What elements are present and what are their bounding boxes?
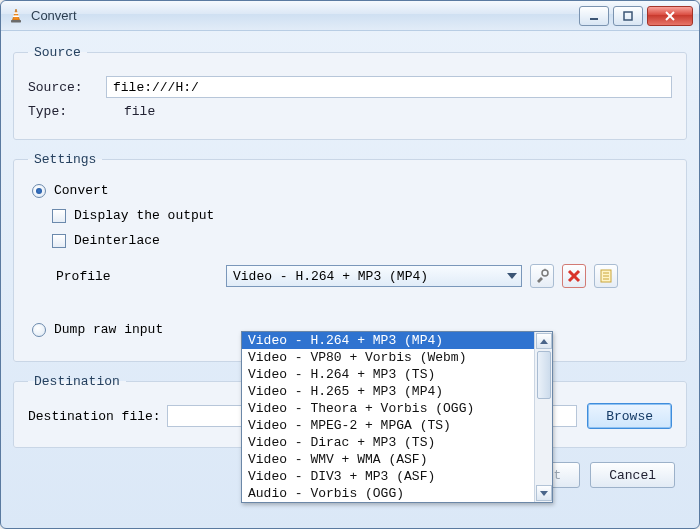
browse-button[interactable]: Browse	[587, 403, 672, 429]
convert-radio[interactable]	[32, 184, 46, 198]
dump-raw-label: Dump raw input	[54, 322, 163, 337]
profile-option[interactable]: Video - VP80 + Vorbis (Webm)	[242, 349, 534, 366]
vlc-icon	[7, 7, 25, 25]
convert-radio-row[interactable]: Convert	[32, 183, 672, 198]
profile-combobox[interactable]: Video - H.264 + MP3 (MP4)	[226, 265, 522, 287]
profile-dropdown-list: Video - H.264 + MP3 (MP4)Video - VP80 + …	[241, 331, 553, 503]
svg-point-8	[542, 270, 548, 276]
scroll-thumb[interactable]	[537, 351, 551, 399]
dropdown-scrollbar[interactable]	[534, 332, 552, 502]
minimize-button[interactable]	[579, 6, 609, 26]
scroll-down-button[interactable]	[536, 485, 552, 501]
destination-file-label: Destination file:	[28, 409, 161, 424]
settings-legend: Settings	[28, 152, 102, 167]
source-label: Source:	[28, 80, 106, 95]
window-buttons	[579, 6, 693, 26]
profile-option[interactable]: Audio - Vorbis (OGG)	[242, 485, 534, 502]
profile-selected-text: Video - H.264 + MP3 (MP4)	[233, 269, 428, 284]
svg-rect-5	[624, 12, 632, 20]
profile-option[interactable]: Video - Theora + Vorbis (OGG)	[242, 400, 534, 417]
edit-profile-button[interactable]	[530, 264, 554, 288]
content-area: Source Source: Type: file Settings Conve…	[1, 31, 699, 528]
profile-option[interactable]: Video - H.265 + MP3 (MP4)	[242, 383, 534, 400]
profile-option[interactable]: Video - H.264 + MP3 (TS)	[242, 366, 534, 383]
new-profile-icon	[598, 268, 614, 284]
svg-rect-1	[14, 12, 18, 14]
source-group: Source Source: Type: file	[13, 45, 687, 140]
profile-label: Profile	[56, 269, 226, 284]
maximize-button[interactable]	[613, 6, 643, 26]
svg-rect-4	[590, 18, 598, 20]
delete-icon	[567, 269, 581, 283]
source-input[interactable]	[106, 76, 672, 98]
tools-icon	[534, 268, 550, 284]
profile-option[interactable]: Video - WMV + WMA (ASF)	[242, 451, 534, 468]
delete-profile-button[interactable]	[562, 264, 586, 288]
convert-radio-label: Convert	[54, 183, 109, 198]
display-output-checkbox[interactable]	[52, 209, 66, 223]
deinterlace-row[interactable]: Deinterlace	[52, 233, 672, 248]
source-legend: Source	[28, 45, 87, 60]
svg-marker-0	[13, 9, 20, 20]
profile-option[interactable]: Video - MPEG-2 + MPGA (TS)	[242, 417, 534, 434]
cancel-button[interactable]: Cancel	[590, 462, 675, 488]
scroll-up-button[interactable]	[536, 333, 552, 349]
chevron-down-icon	[507, 273, 517, 279]
profile-options-list: Video - H.264 + MP3 (MP4)Video - VP80 + …	[242, 332, 534, 502]
type-value: file	[124, 104, 155, 119]
close-button[interactable]	[647, 6, 693, 26]
profile-option[interactable]: Video - Dirac + MP3 (TS)	[242, 434, 534, 451]
titlebar: Convert	[1, 1, 699, 31]
profile-option[interactable]: Video - H.264 + MP3 (MP4)	[242, 332, 534, 349]
destination-legend: Destination	[28, 374, 126, 389]
window-title: Convert	[31, 8, 579, 23]
svg-rect-2	[13, 15, 19, 17]
svg-rect-3	[11, 20, 21, 22]
profile-option[interactable]: Video - DIV3 + MP3 (ASF)	[242, 468, 534, 485]
deinterlace-label: Deinterlace	[74, 233, 160, 248]
type-label: Type:	[28, 104, 106, 119]
convert-window: Convert Source Source: Type: file	[0, 0, 700, 529]
display-output-label: Display the output	[74, 208, 214, 223]
display-output-row[interactable]: Display the output	[52, 208, 672, 223]
deinterlace-checkbox[interactable]	[52, 234, 66, 248]
new-profile-button[interactable]	[594, 264, 618, 288]
dump-raw-radio[interactable]	[32, 323, 46, 337]
